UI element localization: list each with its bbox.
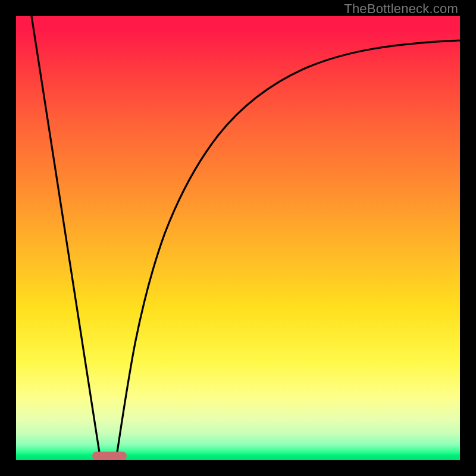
plot-area [16, 16, 460, 460]
highlight-pill [92, 452, 127, 460]
curve-left-line [32, 16, 101, 460]
curve-right-arc [116, 40, 460, 460]
watermark-text: TheBottleneck.com [344, 1, 458, 17]
chart-frame: TheBottleneck.com [0, 0, 476, 476]
curve-layer [16, 16, 460, 460]
